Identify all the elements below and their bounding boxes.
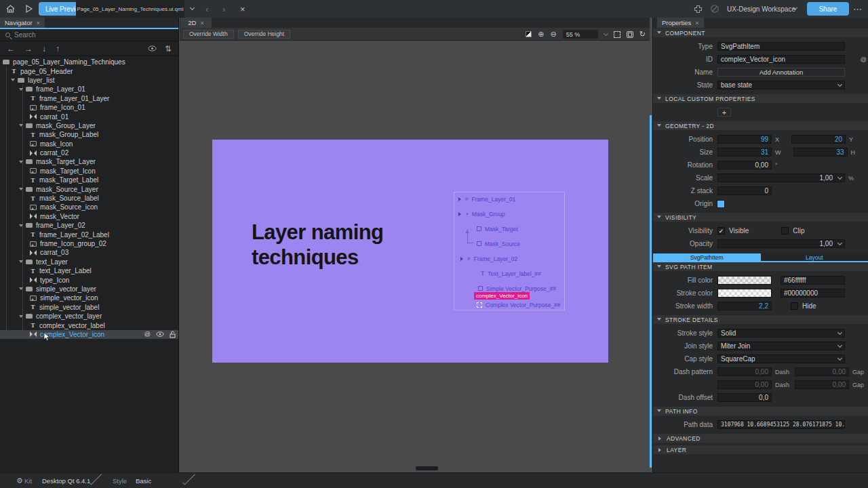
- tab-2d[interactable]: 2D ×: [180, 18, 212, 28]
- gap-field[interactable]: 0,00: [795, 367, 849, 376]
- tree-item[interactable]: Tsimple_vector_label: [0, 303, 178, 312]
- position-x-field[interactable]: 99: [717, 135, 772, 144]
- artboard[interactable]: Layer naming techniques #Frame_Layer_01 …: [212, 140, 608, 363]
- add-annotation-button[interactable]: Add Annotation: [717, 68, 845, 77]
- rotation-field[interactable]: 0,00: [717, 161, 772, 169]
- fill-color-swatch[interactable]: [717, 276, 772, 285]
- move-up-icon[interactable]: ↑: [56, 44, 60, 54]
- tree-item[interactable]: mask_Source_Layer: [0, 184, 178, 193]
- section-svg-path-item[interactable]: SVG PATH ITEM: [653, 262, 868, 271]
- move-right-icon[interactable]: →: [24, 44, 33, 54]
- gap-field[interactable]: 0,00: [795, 380, 849, 389]
- tree-item[interactable]: simple_vector_layer: [0, 285, 178, 293]
- position-y-field[interactable]: 20: [791, 135, 846, 144]
- tree-item[interactable]: mask_Icon: [0, 140, 178, 148]
- close-tab-icon[interactable]: ×: [37, 20, 40, 26]
- section-visibility[interactable]: VISIBILITY: [653, 213, 868, 222]
- clip-checkbox[interactable]: [781, 227, 789, 235]
- tree-item[interactable]: Tframe_Layer_02_Label: [0, 230, 178, 239]
- share-button[interactable]: Share: [807, 2, 849, 16]
- tab-properties[interactable]: Properties ×: [657, 18, 704, 28]
- stroke-style-dropdown[interactable]: Solid: [717, 329, 845, 338]
- tree-item[interactable]: Tmask_Source_label: [0, 194, 178, 203]
- close-document-icon[interactable]: ×: [240, 0, 245, 18]
- tab-navigator[interactable]: Navigator ×: [0, 18, 45, 28]
- tree-item[interactable]: Tframe_Layer_01_Layer: [0, 94, 178, 103]
- annotation-icon[interactable]: @: [144, 331, 151, 338]
- visible-checkbox[interactable]: ✓: [717, 227, 725, 235]
- size-w-field[interactable]: 31: [717, 148, 772, 157]
- sort-icon[interactable]: ⇅: [165, 44, 172, 54]
- cap-style-dropdown[interactable]: SquareCap: [717, 354, 845, 363]
- section-advanced[interactable]: ADVANCED: [653, 434, 868, 443]
- tree-item[interactable]: mask_Target_Layer: [0, 157, 178, 166]
- tree-item[interactable]: frame_Icon_group_02: [0, 239, 178, 248]
- visibility-toggle-icon[interactable]: [148, 45, 157, 52]
- file-dropdown-chevron-icon[interactable]: [191, 0, 194, 18]
- tree-item[interactable]: carrat_02: [0, 148, 178, 157]
- tree-item-selected[interactable]: complex_Vector_icon @: [0, 330, 178, 339]
- eye-icon[interactable]: [156, 331, 164, 337]
- tree-item[interactable]: Tmask_Target_Label: [0, 176, 178, 184]
- more-menu-icon[interactable]: ⋯: [853, 0, 862, 18]
- opacity-dropdown[interactable]: 1,00: [717, 239, 845, 248]
- tree-item[interactable]: frame_Icon_01: [0, 103, 178, 112]
- move-left-icon[interactable]: ←: [7, 44, 15, 54]
- device-manager-icon[interactable]: [693, 0, 703, 18]
- tree-item[interactable]: frame_Layer_02: [0, 221, 178, 230]
- forward-icon[interactable]: ›: [222, 0, 225, 18]
- section-component[interactable]: COMPONENT: [653, 28, 868, 37]
- reset-view-icon[interactable]: ↻: [639, 30, 646, 39]
- tree-item[interactable]: carrat_01: [0, 112, 178, 121]
- tree-item[interactable]: complex_vector_layer: [0, 312, 178, 321]
- fill-hex-field[interactable]: #66ffffff: [781, 276, 845, 285]
- gear-icon[interactable]: ⚙: [16, 473, 23, 488]
- section-local-custom[interactable]: LOCAL CUSTOM PROPERTIES: [653, 94, 868, 103]
- zoom-out-icon[interactable]: ⊖: [551, 30, 557, 39]
- tree-item[interactable]: Tmask_Group_Label: [0, 130, 178, 139]
- horizontal-scrollbar[interactable]: [416, 466, 438, 470]
- size-h-field[interactable]: 33: [793, 148, 848, 157]
- hide-checkbox[interactable]: [791, 302, 798, 310]
- state-dropdown[interactable]: base state: [717, 81, 845, 89]
- tree-item[interactable]: carrat_03: [0, 248, 178, 257]
- fit-screen-icon[interactable]: [614, 31, 620, 38]
- zstack-field[interactable]: 0: [717, 186, 772, 195]
- tree-item[interactable]: Ttext_Layer_Label: [0, 266, 178, 275]
- zoom-selection-icon[interactable]: [627, 31, 633, 38]
- workspace-chevron-icon[interactable]: [793, 0, 797, 18]
- override-height-button[interactable]: Override Height: [238, 30, 291, 39]
- close-tab-icon[interactable]: ×: [695, 20, 698, 26]
- dash-field[interactable]: 0,00: [717, 380, 772, 389]
- search-input[interactable]: Search: [14, 31, 36, 39]
- tree-item[interactable]: mask_Target_Icon: [0, 167, 178, 176]
- tree-item[interactable]: text_Layer: [0, 258, 178, 266]
- join-style-dropdown[interactable]: Miter Join: [717, 342, 845, 350]
- background-color-icon[interactable]: [526, 31, 532, 37]
- section-path-info[interactable]: PATH INFO: [653, 407, 868, 415]
- tree-item[interactable]: mask_Vector: [0, 212, 178, 221]
- type-field[interactable]: SvgPathItem: [717, 42, 845, 51]
- tab-layout[interactable]: Layout: [761, 253, 868, 261]
- back-icon[interactable]: ‹: [205, 0, 208, 18]
- origin-selector[interactable]: [717, 201, 724, 207]
- tree-item[interactable]: Tpage_05_Header: [0, 66, 178, 75]
- add-property-button[interactable]: +: [717, 108, 731, 117]
- section-geometry[interactable]: GEOMETRY - 2D: [653, 121, 868, 130]
- path-data-field[interactable]: 3107968 10.6689453125 28.076171875 10.66…: [717, 420, 845, 429]
- kit-select[interactable]: Desktop Qt 6.4.1: [42, 473, 90, 488]
- zoom-in-icon[interactable]: ⊕: [538, 30, 544, 39]
- zoom-chevron-icon[interactable]: [604, 30, 608, 35]
- scale-dropdown[interactable]: 1,00: [717, 174, 845, 182]
- override-width-button[interactable]: Override Width: [183, 30, 234, 39]
- dash-offset-field[interactable]: 0,0: [717, 393, 772, 402]
- file-tab[interactable]: Page_05_Layer_Naming_Techniques.ui.qml: [76, 0, 184, 18]
- section-layer[interactable]: LAYER: [653, 445, 868, 454]
- tree-item[interactable]: simple_vector_icon: [0, 293, 178, 302]
- stroke-width-field[interactable]: 2,2: [717, 302, 772, 310]
- stroke-color-swatch[interactable]: [717, 289, 772, 298]
- tree-item[interactable]: frame_Layer_01: [0, 85, 178, 94]
- tree-item[interactable]: page_05_Layer_Naming_Techniques: [0, 58, 178, 66]
- tab-svgpathitem[interactable]: SvgPathItem: [653, 253, 761, 261]
- play-icon[interactable]: [24, 0, 33, 18]
